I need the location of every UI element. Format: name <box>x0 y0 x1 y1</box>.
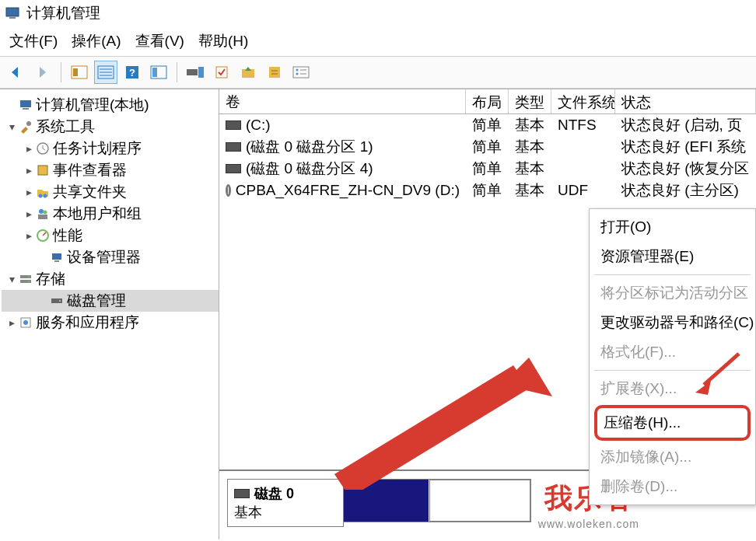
expander-icon[interactable]: ▸ <box>22 142 36 155</box>
performance-icon <box>36 229 50 243</box>
svg-point-42 <box>59 300 61 302</box>
menu-shrink[interactable]: 压缩卷(H)... <box>594 405 751 441</box>
drive-icon <box>226 120 241 130</box>
options-button[interactable] <box>289 61 313 84</box>
tree-shared-folders[interactable]: ▸ 共享文件夹 <box>2 181 219 203</box>
expander-icon[interactable]: ▾ <box>5 273 19 285</box>
col-type[interactable]: 类型 <box>509 89 551 113</box>
menu-separator <box>594 370 751 371</box>
drive-icon <box>234 489 250 498</box>
volume-layout: 简单 <box>466 113 509 137</box>
view-list-button[interactable] <box>94 61 117 84</box>
menu-open[interactable]: 打开(O) <box>590 212 755 242</box>
settings-button[interactable] <box>184 61 207 84</box>
svg-rect-13 <box>198 67 204 78</box>
svg-rect-19 <box>293 67 309 78</box>
tree-storage[interactable]: ▾ 存储 <box>2 268 219 290</box>
tree-label: 设备管理器 <box>67 247 141 267</box>
tree-local-users[interactable]: ▸ 本地用户和组 <box>2 203 219 225</box>
volume-type: 基本 <box>509 179 551 202</box>
tree-system-tools[interactable]: ▾ 系统工具 <box>2 116 219 138</box>
partition-block[interactable] <box>344 480 429 522</box>
volume-fs <box>551 167 615 170</box>
view-detail-button[interactable] <box>147 61 170 84</box>
menu-change-letter[interactable]: 更改驱动器号和路径(C) <box>590 308 755 337</box>
volume-list-header: 卷 布局 类型 文件系统 状态 <box>219 89 756 114</box>
volume-layout: 简单 <box>466 157 509 180</box>
menu-add-mirror: 添加镜像(A)... <box>590 442 755 472</box>
menu-explorer[interactable]: 资源管理器(E) <box>590 242 755 271</box>
volume-layout: 简单 <box>466 135 509 159</box>
svg-point-21 <box>296 73 299 75</box>
menu-action[interactable]: 操作(A) <box>72 31 121 51</box>
svg-point-40 <box>28 281 30 282</box>
folder-up-button[interactable] <box>236 61 260 84</box>
tree-disk-management[interactable]: 磁盘管理 <box>2 290 219 312</box>
tree-services[interactable]: ▸ 服务和应用程序 <box>2 312 219 333</box>
nav-tree: 计算机管理(本地) ▾ 系统工具 ▸ 任务计划程序 ▸ 事件查看器 ▸ 共享文件… <box>0 89 219 539</box>
tools-icon <box>19 120 33 134</box>
menu-separator <box>594 274 751 275</box>
tree-device-manager[interactable]: 设备管理器 <box>2 246 219 268</box>
toolbar-divider <box>61 62 61 82</box>
volume-fs: NTFS <box>551 115 615 135</box>
svg-point-29 <box>39 194 43 198</box>
expander-icon[interactable]: ▸ <box>22 229 36 242</box>
svg-point-20 <box>296 69 299 72</box>
forward-button[interactable] <box>31 61 54 84</box>
tree-event-viewer[interactable]: ▸ 事件查看器 <box>2 159 219 181</box>
volume-row[interactable]: (磁盘 0 磁盘分区 1) 简单 基本 状态良好 (EFI 系统 <box>219 136 756 158</box>
properties-button[interactable] <box>263 61 286 84</box>
tree-performance[interactable]: ▸ 性能 <box>2 225 219 246</box>
svg-rect-33 <box>38 215 47 219</box>
volume-row[interactable]: CPBA_X64FRE_ZH-CN_DV9 (D:) 简单 基本 UDF 状态良… <box>219 180 756 201</box>
col-state[interactable]: 状态 <box>615 89 756 113</box>
expander-icon[interactable]: ▸ <box>22 164 36 176</box>
expander-icon[interactable]: ▸ <box>5 316 19 329</box>
col-filesystem[interactable]: 文件系统 <box>551 89 615 113</box>
svg-rect-35 <box>52 253 61 260</box>
tree-label: 性能 <box>53 225 82 246</box>
menu-view[interactable]: 查看(V) <box>135 31 184 51</box>
toolbar-divider <box>177 62 177 82</box>
window-title: 计算机管理 <box>26 3 100 23</box>
volume-state: 状态良好 (启动, 页 <box>615 113 756 137</box>
disk-label-box[interactable]: 磁盘 0 基本 <box>227 479 344 527</box>
volume-fs: UDF <box>551 180 615 201</box>
tree-task-scheduler[interactable]: ▸ 任务计划程序 <box>2 138 219 159</box>
disk-partition-graphic <box>344 479 531 522</box>
context-menu: 打开(O) 资源管理器(E) 将分区标记为活动分区 更改驱动器号和路径(C) 格… <box>589 208 756 505</box>
volume-row[interactable]: (磁盘 0 磁盘分区 4) 简单 基本 状态良好 (恢复分区 <box>219 158 756 180</box>
menubar: 文件(F) 操作(A) 查看(V) 帮助(H) <box>0 26 756 56</box>
help-button[interactable]: ? <box>121 61 144 84</box>
tree-label: 磁盘管理 <box>67 291 126 311</box>
volume-name: (磁盘 0 磁盘分区 1) <box>246 137 373 157</box>
svg-rect-11 <box>152 68 157 77</box>
expander-icon[interactable]: ▸ <box>22 186 36 198</box>
svg-rect-28 <box>38 166 47 175</box>
svg-rect-3 <box>73 68 78 76</box>
disk-name: 磁盘 0 <box>254 484 294 503</box>
col-volume[interactable]: 卷 <box>219 89 466 113</box>
partition-block[interactable] <box>429 480 530 522</box>
col-layout[interactable]: 布局 <box>466 89 509 113</box>
menu-help[interactable]: 帮助(H) <box>198 31 248 51</box>
tree-label: 本地用户和组 <box>53 204 142 224</box>
volume-name: (C:) <box>246 117 271 134</box>
checklist-button[interactable] <box>210 61 233 84</box>
tree-root[interactable]: 计算机管理(本地) <box>2 94 219 116</box>
show-hide-tree-button[interactable] <box>68 61 91 84</box>
menu-file[interactable]: 文件(F) <box>9 31 58 51</box>
watermark-url: www.woleken.com <box>538 518 639 530</box>
expander-icon[interactable]: ▾ <box>5 120 19 133</box>
volume-row[interactable]: (C:) 简单 基本 NTFS 状态良好 (启动, 页 <box>219 114 756 136</box>
svg-rect-1 <box>9 17 16 19</box>
expander-icon[interactable]: ▸ <box>22 208 36 220</box>
tree-label: 服务和应用程序 <box>36 312 139 333</box>
clock-icon <box>36 141 50 155</box>
svg-point-44 <box>23 320 28 325</box>
svg-rect-0 <box>6 8 19 16</box>
back-button[interactable] <box>5 61 28 84</box>
drive-icon <box>226 164 241 173</box>
disk-type: 基本 <box>234 503 337 522</box>
